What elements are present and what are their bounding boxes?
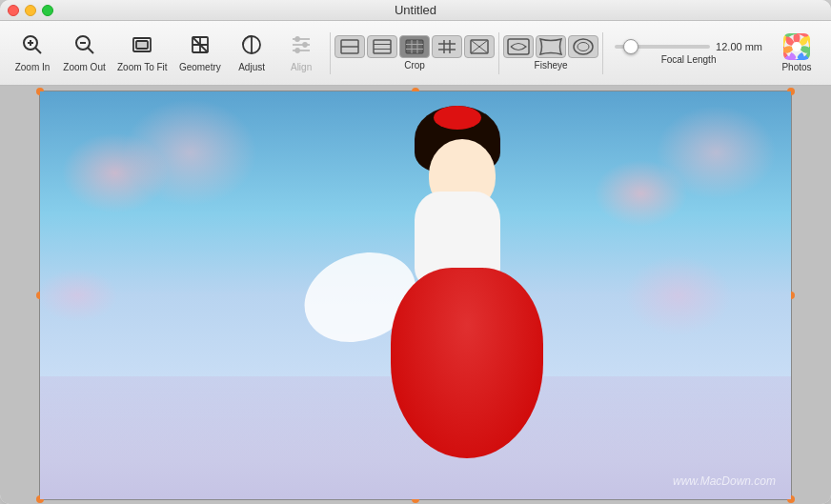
- photos-icon: [783, 33, 810, 60]
- svg-point-38: [574, 39, 593, 54]
- geometry-icon: [189, 33, 212, 60]
- crop-label: Crop: [404, 60, 425, 71]
- fisheye-pincushion-button[interactable]: [536, 35, 566, 58]
- window-title: Untitled: [395, 3, 436, 17]
- fisheye-icons-row: [503, 35, 598, 58]
- crop-hash-button[interactable]: [432, 35, 462, 58]
- svg-rect-25: [406, 40, 423, 53]
- fisheye-label: Fisheye: [535, 60, 568, 71]
- char-dress: [391, 268, 543, 458]
- image-container: www.MacDown.com: [40, 91, 791, 499]
- svg-point-17: [295, 37, 299, 41]
- zoom-to-fit-button[interactable]: Zoom To Fit: [111, 30, 173, 76]
- titlebar: Untitled: [0, 0, 831, 21]
- svg-rect-8: [136, 41, 148, 49]
- main-content: www.MacDown.com: [0, 86, 831, 504]
- zoom-out-icon: [73, 33, 96, 60]
- svg-point-18: [303, 43, 307, 47]
- crop-icons-row: [334, 35, 495, 58]
- app-window: Untitled Zoom In: [0, 0, 831, 504]
- crop-lines-button[interactable]: [334, 35, 365, 58]
- traffic-lights: [8, 5, 53, 16]
- focal-length-group: 12.00 mm Focal Length: [607, 41, 770, 65]
- separator-2: [498, 32, 499, 74]
- canvas-area: www.MacDown.com: [39, 91, 792, 500]
- geometry-button[interactable]: Geometry: [173, 30, 228, 76]
- char-ribbon: [434, 106, 481, 130]
- crop-active-button[interactable]: [399, 35, 430, 58]
- separator-3: [602, 32, 603, 74]
- fisheye-barrel-button[interactable]: [503, 35, 534, 58]
- focal-slider-row: 12.00 mm: [615, 41, 762, 52]
- adjust-button[interactable]: Adjust: [227, 30, 276, 76]
- focal-value: 12.00 mm: [716, 41, 762, 52]
- svg-rect-22: [374, 40, 391, 53]
- align-label: Align: [291, 62, 312, 72]
- toolbar: Zoom In Zoom Out Zoom To Fit: [0, 21, 831, 86]
- maximize-button[interactable]: [42, 5, 53, 16]
- zoom-to-fit-label: Zoom To Fit: [117, 62, 168, 72]
- close-button[interactable]: [8, 5, 19, 16]
- svg-point-49: [792, 42, 801, 51]
- zoom-in-label: Zoom In: [15, 62, 51, 72]
- photos-label: Photos: [781, 62, 811, 72]
- svg-line-5: [88, 48, 93, 53]
- zoom-in-icon: [21, 33, 44, 60]
- svg-point-19: [295, 49, 299, 52]
- focal-length-label: Focal Length: [661, 54, 717, 65]
- fisheye-circle-button[interactable]: [568, 35, 598, 58]
- fisheye-group: Fisheye: [503, 35, 598, 71]
- svg-point-39: [578, 43, 589, 51]
- svg-line-1: [35, 48, 41, 53]
- zoom-out-label: Zoom Out: [63, 62, 105, 72]
- separator-1: [330, 32, 331, 74]
- align-button[interactable]: Align: [276, 30, 326, 76]
- align-icon: [290, 33, 313, 60]
- adjust-icon: [240, 33, 263, 60]
- minimize-button[interactable]: [25, 5, 36, 16]
- crop-grid-button[interactable]: [367, 35, 397, 58]
- photos-button[interactable]: Photos: [770, 30, 823, 76]
- geometry-label: Geometry: [179, 62, 221, 72]
- crop-diagonal-button[interactable]: [464, 35, 495, 58]
- adjust-label: Adjust: [238, 62, 265, 72]
- zoom-out-button[interactable]: Zoom Out: [57, 30, 111, 76]
- watermark: www.MacDown.com: [673, 474, 776, 488]
- character: [381, 153, 553, 458]
- zoom-in-button[interactable]: Zoom In: [8, 30, 57, 76]
- focal-length-slider[interactable]: [615, 45, 710, 49]
- zoom-to-fit-icon: [131, 33, 153, 60]
- crop-group: Crop: [334, 35, 495, 71]
